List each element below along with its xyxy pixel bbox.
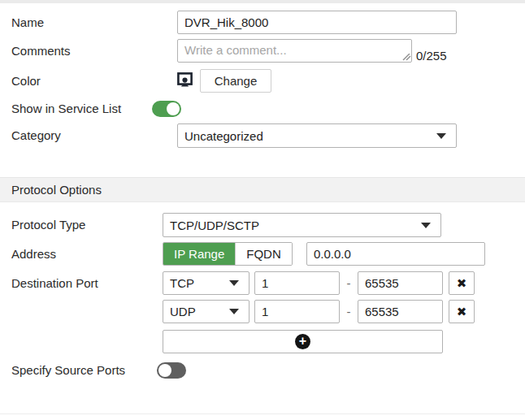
destination-port-label: Destination Port: [11, 275, 98, 292]
show-in-service-list-toggle[interactable]: [152, 101, 181, 117]
protocol-type-select[interactable]: TCP/UDP/SCTP: [163, 213, 441, 237]
address-mode-ip-range-button[interactable]: IP Range: [163, 243, 235, 265]
category-select[interactable]: Uncategorized: [177, 123, 457, 148]
show-in-service-list-label: Show in Service List: [11, 101, 121, 117]
top-divider: [0, 0, 525, 3]
category-select-value: Uncategorized: [184, 129, 263, 143]
bottom-divider: [0, 414, 525, 414]
destination-port-protocol-value: TCP: [170, 276, 194, 290]
color-swatch-icon: [176, 71, 193, 89]
comments-counter: 0/255: [416, 49, 447, 63]
remove-icon: ✖: [457, 276, 467, 291]
protocol-options-section-header: Protocol Options: [0, 177, 525, 202]
comments-label: Comments: [11, 43, 71, 59]
address-label: Address: [11, 246, 56, 262]
color-label: Color: [11, 73, 41, 89]
remove-icon: ✖: [457, 305, 467, 319]
destination-port-protocol-select[interactable]: UDP: [163, 300, 249, 323]
destination-port-high-input[interactable]: [358, 271, 443, 295]
port-range-separator: -: [340, 300, 358, 323]
add-icon: +: [295, 334, 310, 349]
protocol-type-select-value: TCP/UDP/SCTP: [170, 219, 259, 232]
dropdown-arrow-icon: [229, 309, 239, 314]
remove-port-row-button[interactable]: ✖: [449, 300, 475, 323]
protocol-options-title: Protocol Options: [11, 183, 102, 197]
destination-port-low-input[interactable]: [254, 271, 340, 295]
toggle-knob: [158, 364, 171, 377]
comments-input[interactable]: [177, 39, 412, 63]
destination-port-protocol-value: UDP: [170, 305, 196, 318]
category-label: Category: [11, 128, 61, 144]
protocol-type-label: Protocol Type: [11, 217, 85, 233]
toggle-knob: [167, 102, 180, 115]
address-mode-fqdn-button[interactable]: FQDN: [235, 243, 292, 265]
address-mode-segmented: IP Range FQDN: [163, 242, 293, 266]
service-edit-form: Name Comments 0/255 Color Change Show in…: [0, 0, 525, 420]
dropdown-arrow-icon: [436, 133, 446, 139]
specify-source-ports-toggle[interactable]: [157, 362, 186, 379]
name-label: Name: [11, 15, 44, 31]
destination-port-high-input[interactable]: [358, 300, 443, 323]
port-range-separator: -: [340, 271, 358, 295]
add-port-row-button[interactable]: +: [163, 330, 443, 353]
destination-port-low-input[interactable]: [254, 300, 340, 323]
destination-port-protocol-select[interactable]: TCP: [163, 271, 249, 295]
dropdown-arrow-icon: [229, 280, 239, 286]
specify-source-ports-label: Specify Source Ports: [11, 362, 125, 379]
resize-handle-icon[interactable]: [402, 54, 411, 61]
address-ip-input[interactable]: [306, 242, 485, 266]
remove-port-row-button[interactable]: ✖: [449, 271, 475, 295]
color-change-button[interactable]: Change: [200, 69, 271, 93]
dropdown-arrow-icon: [421, 223, 431, 228]
name-input[interactable]: [177, 11, 457, 34]
